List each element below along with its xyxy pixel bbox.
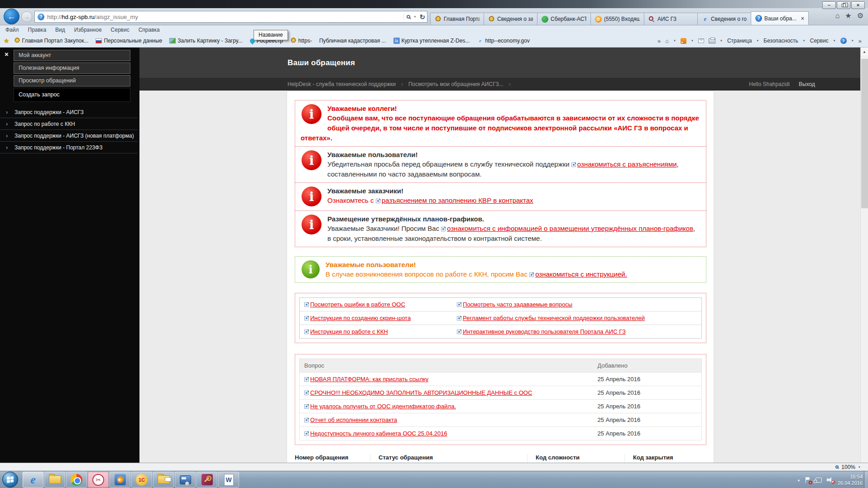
print-icon[interactable] [709,38,715,43]
more-favorites-icon[interactable]: » [657,38,661,44]
address-bar[interactable]: ? http://hd.gz-spb.ru/aisgz_issue_my ▼ ↻ [34,11,427,23]
favorite-kurtka[interactable]: laКуртка утепленная Z-Des... [393,38,470,44]
start-button[interactable] [2,472,18,488]
favorite-economy-gov[interactable]: ehttp--economy.gov [477,38,530,44]
link-interactive-guide[interactable]: Интерактивное руководство пользователя П… [457,328,626,335]
favorite-https[interactable]: https- [290,38,312,44]
action-center-flag-icon[interactable]: × [806,477,810,483]
zoom-icon[interactable] [835,465,839,469]
link-kkn-work-instruction[interactable]: Инструкция по работе с ККН [304,328,388,335]
close-button[interactable]: × [851,1,865,9]
dropdown-icon[interactable]: ▼ [673,39,676,42]
refresh-icon[interactable]: ↻ [419,14,425,20]
question-link[interactable]: СРОЧНО!!! НЕОБХОДИМО ЗАПОЛНИТЬ АВТОРИЗАЦ… [304,389,532,396]
table-row: СРОЧНО!!! НЕОБХОДИМО ЗАПОЛНИТЬ АВТОРИЗАЦ… [299,386,702,400]
search-icon[interactable] [407,15,410,19]
zoom-dropdown-icon[interactable]: ▼ [858,466,861,469]
home-icon[interactable]: ⌂ [665,38,669,44]
question-link[interactable]: Недоступность личного кабинета ООС 25.04… [304,430,447,437]
taskbar-word[interactable]: W [218,472,239,488]
breadcrumb-helpdesk[interactable]: HelpDesk - служба технической поддержки [288,81,396,87]
tab-close-icon[interactable]: × [800,15,804,22]
sidebar-item-request-aisgz-new[interactable]: ›Запрос поддержки - АИСГЗ (новая платфор… [0,130,138,142]
link-oos-errors[interactable]: Посмотреть ошибки в работе ООС [304,301,405,308]
taskbar-1c[interactable]: 1С [131,472,152,488]
link-screenshot-instruction[interactable]: Инструкция по созданию скрин-шота [304,315,411,321]
restore-button[interactable] [837,1,850,9]
menu-edit[interactable]: Правка [28,27,47,33]
favorite-personal-data[interactable]: Персональные данные [96,38,162,44]
sidebar-item-create-request[interactable]: Создать запрос [14,88,130,102]
tab-sberbank-ast[interactable]: Сбербанк-АСТ [537,13,590,25]
question-link[interactable]: Отчет об исполнении контракта [304,416,397,423]
tab-svedeniya-zaya[interactable]: Сведения о зая... [484,13,537,25]
dropdown-icon[interactable]: ▼ [691,39,694,42]
minimize-button[interactable]: – [822,1,836,9]
menu-tools[interactable]: Сервис [111,27,129,33]
forward-button[interactable]: → [21,11,32,22]
taskbar-snipping-tool[interactable]: ✂ [88,472,109,488]
link-kkn-instruction[interactable]: ознакомиться с инструкцией. [529,270,627,278]
show-desktop-button[interactable] [864,471,868,488]
rss-icon[interactable] [681,38,686,44]
read-mail-icon[interactable] [698,38,704,43]
url-text[interactable]: http://hd.gz-spb.ru/aisgz_issue_my [47,14,403,20]
security-menu[interactable]: Безопасность [763,38,798,44]
taskbar-mail-folder[interactable] [153,472,174,488]
tab-glavnaya-portal[interactable]: Главная Порта... [430,13,484,25]
link-faq[interactable]: Посмотреть часто задаваемые вопросы [457,301,572,308]
tab-inbox[interactable]: @(5550) Входящи... [590,13,644,25]
scrollbar-thumb[interactable] [861,59,868,208]
tab-ais-gz[interactable]: АИС ГЗ [644,13,697,25]
more-commands-icon[interactable]: » [858,38,862,44]
link-support-regulations[interactable]: Регламент работы службы технической подд… [457,315,645,321]
logout-link[interactable]: Выход [799,81,815,87]
menu-help[interactable]: Справка [139,27,160,33]
volume-muted-icon[interactable] [827,477,833,483]
add-favorite-icon[interactable]: ★ [4,37,10,44]
taskbar-access[interactable] [197,472,217,488]
menu-file[interactable]: Файл [5,27,19,33]
settings-gear-icon[interactable]: ⚙ [857,12,863,19]
help-icon[interactable]: ? [840,38,847,44]
sidebar-close-icon[interactable]: × [5,50,9,58]
scroll-up-icon[interactable]: ▲ [861,48,868,56]
clock-date: 26.04.2016 [838,480,863,486]
favorite-image-upload[interactable]: Залить Картинку - Загру... [169,38,242,44]
link-schedules-info[interactable]: ознакомиться с информацией о размещении … [441,225,693,232]
breadcrumb-my-requests[interactable]: Посмотреть мои обращения АИСГЗ... [408,81,504,87]
home-icon[interactable]: ⌂ [835,12,840,19]
tools-menu[interactable]: Сервис [810,38,829,44]
question-link[interactable]: НОВАЯ ПЛАТФОРМА: как прислать ссылку [304,376,428,383]
taskbar-control-panel[interactable] [175,472,196,488]
vertical-scrollbar[interactable]: ▲ [860,48,868,463]
sidebar-item-request-aisgz[interactable]: ›Запрос поддержки - АИСГЗ [0,106,138,118]
show-hidden-icons[interactable]: ▲ [797,478,801,482]
tab-svedeniya-gos[interactable]: eСведения о гос... [697,13,751,25]
dropdown-icon[interactable]: ▼ [720,39,723,42]
favorites-star-icon[interactable]: ★ [845,12,851,19]
sidebar-item-my-account[interactable]: Мой аккаунт [14,50,130,61]
sidebar-item-view-requests[interactable]: Просмотр обращений [14,75,130,86]
taskbar-clock[interactable]: 16:54 26.04.2016 [838,474,863,487]
taskbar-internet-explorer[interactable]: e [23,472,43,488]
favorite-kadastrovaya[interactable]: Публичная кадастровая ... [319,38,386,44]
menu-favorites[interactable]: Избранное [74,27,102,33]
back-button[interactable]: ← [4,9,19,24]
search-dropdown-icon[interactable]: ▼ [413,15,416,18]
taskbar-chrome[interactable] [66,472,87,488]
link-explanations[interactable]: ознакомиться с разъяснениями [571,160,677,168]
taskbar-windows-explorer[interactable] [44,472,65,488]
favorite-glavnaya[interactable]: Главная Портал Закупок... [14,38,89,44]
zoom-level[interactable]: 100% [841,464,855,470]
page-menu[interactable]: Страница [727,38,752,44]
link-kvr-explanation[interactable]: разъяснением по заполнению КВР в контрак… [376,196,533,204]
tab-vashi-obrashcheniya[interactable]: ?Ваши обра...× [751,11,809,25]
sidebar-item-request-kkn[interactable]: ›Запрос по работе с ККН [0,118,138,130]
sidebar-item-request-portal223[interactable]: ›Запрос поддержки - Портал 223ФЗ [0,142,138,153]
question-link[interactable]: Не удалось получить от ООС идентификатор… [304,403,456,410]
network-icon[interactable] [815,478,822,483]
sidebar-item-useful-info[interactable]: Полезная информация [14,62,130,74]
menu-view[interactable]: Вид [55,27,65,33]
taskbar-media-player[interactable]: ▶ [110,472,130,488]
